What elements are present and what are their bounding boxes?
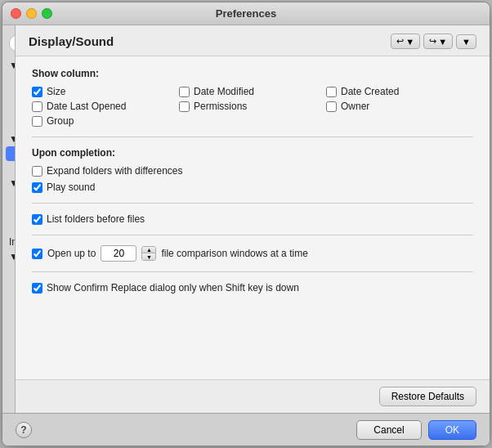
sidebar-item-display-sound-top[interactable]: Display/Sound	[2, 87, 16, 102]
sidebar-item-colors-and-fonts[interactable]: Colors and Fonts	[2, 190, 16, 205]
ok-button[interactable]: OK	[428, 420, 476, 440]
nav-buttons: ↩ ▼ ↪ ▼ ▼	[391, 34, 476, 49]
close-button[interactable]	[11, 8, 21, 19]
owner-checkbox[interactable]	[326, 101, 337, 112]
completion-items: Expand folders with differences Play sou…	[32, 165, 473, 193]
checkbox-group: Group	[32, 115, 179, 127]
panel-title: Display/Sound	[29, 34, 114, 48]
checkbox-play-sound: Play sound	[32, 181, 473, 193]
checkbox-owner: Owner	[326, 101, 473, 112]
date-last-opened-label: Date Last Opened	[47, 101, 126, 112]
divider4	[32, 271, 473, 272]
checkbox-date-modified: Date Modified	[179, 86, 326, 97]
sidebar-item-all-comparisons[interactable]: ▼ All Comparisons	[2, 58, 16, 73]
main-panel: Display/Sound ↩ ▼ ↪ ▼ ▼ Sh	[16, 25, 490, 413]
preferences-window: Preferences ▼ All ComparisonsContent Typ…	[2, 2, 490, 446]
back-dropdown-icon: ▼	[405, 37, 414, 47]
group-label: Group	[47, 115, 74, 127]
back-arrow-icon: ↩	[396, 36, 404, 47]
date-created-checkbox[interactable]	[326, 87, 337, 97]
more-button[interactable]: ▼	[456, 34, 476, 49]
sidebar-item-remote-connections[interactable]: Remote Connections	[2, 102, 16, 117]
open-up-to-input[interactable]	[101, 245, 136, 262]
sidebar-item-display-sound[interactable]: Display/Sound	[6, 146, 16, 161]
list-folders-row: List folders before files	[32, 213, 473, 225]
sidebar-item-content-types[interactable]: Content Types	[2, 73, 16, 87]
size-checkbox[interactable]	[32, 87, 42, 97]
sidebar-tree: ▼ All ComparisonsContent TypesDisplay/So…	[2, 58, 15, 293]
bottom-buttons: Cancel OK	[356, 420, 476, 440]
play-sound-checkbox[interactable]	[32, 182, 42, 193]
open-up-to-prefix: Open up to	[47, 248, 96, 259]
show-column-label: Show column:	[32, 68, 473, 79]
checkbox-date-last-opened: Date Last Opened	[32, 101, 179, 112]
expand-folders-label: Expand folders with differences	[47, 165, 183, 177]
date-modified-label: Date Modified	[194, 86, 254, 97]
forward-arrow-icon: ↪	[429, 36, 436, 47]
open-up-to-stepper[interactable]: ▲ ▼	[141, 246, 156, 261]
sidebar-item-display[interactable]: Display	[2, 264, 16, 279]
sidebar-item-text-comparison[interactable]: ▼ Text Comparison	[2, 249, 16, 264]
help-button[interactable]: ?	[16, 422, 32, 438]
open-up-to-row: Open up to ▲ ▼ file comparison windows a…	[32, 245, 473, 262]
divider2	[32, 203, 473, 204]
window-title: Preferences	[216, 7, 276, 20]
sidebar-item-scm-integration[interactable]: SCM Integration	[2, 220, 16, 235]
titlebar: Preferences	[2, 2, 490, 25]
permissions-checkbox[interactable]	[179, 101, 190, 112]
expand-folders-checkbox[interactable]	[32, 166, 42, 177]
restore-defaults-button[interactable]: Restore Defaults	[379, 387, 476, 406]
panel-header: Display/Sound ↩ ▼ ↪ ▼ ▼	[16, 25, 490, 56]
show-confirm-row: Show Confirm Replace dialog only when Sh…	[32, 282, 473, 293]
maximize-button[interactable]	[42, 8, 52, 19]
bottom-bar: ? Cancel OK	[2, 413, 490, 446]
sidebar: ▼ All ComparisonsContent TypesDisplay/So…	[2, 25, 16, 413]
permissions-label: Permissions	[194, 101, 247, 112]
owner-label: Owner	[341, 101, 369, 112]
play-sound-label: Play sound	[47, 181, 95, 193]
cancel-button[interactable]: Cancel	[356, 420, 421, 440]
date-modified-checkbox[interactable]	[179, 87, 190, 97]
date-created-label: Date Created	[341, 86, 399, 97]
panel-content: Show column: Size Date Modified	[16, 56, 490, 379]
sidebar-item-editors[interactable]: Editors	[2, 279, 16, 293]
panel-footer: Restore Defaults	[16, 379, 490, 413]
show-confirm-checkbox[interactable]	[32, 283, 42, 293]
sidebar-item-folder-comparison[interactable]: ▼ Folder Comparison	[2, 132, 16, 146]
upon-completion-label: Upon completion:	[32, 147, 473, 159]
stepper-down-button[interactable]: ▼	[142, 253, 155, 260]
list-folders-checkbox[interactable]	[32, 214, 42, 225]
show-confirm-label: Show Confirm Replace dialog only when Sh…	[47, 282, 299, 293]
open-up-to-suffix: file comparison windows at a time	[161, 248, 307, 259]
back-button[interactable]: ↩ ▼	[391, 34, 420, 49]
columns-grid: Size Date Modified Date Created	[32, 86, 473, 127]
search-input[interactable]	[9, 35, 16, 52]
sidebar-item-filters[interactable]: Filters	[2, 161, 16, 176]
stepper-up-button[interactable]: ▲	[142, 247, 155, 253]
date-last-opened-checkbox[interactable]	[32, 101, 42, 112]
sidebar-item-keys[interactable]: Keys	[2, 205, 16, 220]
open-up-to-checkbox[interactable]	[32, 249, 42, 259]
content-area: ▼ All ComparisonsContent TypesDisplay/So…	[2, 25, 490, 413]
sidebar-item-image-comparison[interactable]: Image Comparison	[2, 235, 16, 249]
group-checkbox[interactable]	[32, 116, 42, 127]
traffic-lights	[11, 8, 52, 19]
divider1	[32, 137, 473, 137]
divider3	[32, 235, 473, 235]
forward-dropdown-icon: ▼	[438, 37, 447, 47]
checkbox-permissions: Permissions	[179, 101, 326, 112]
list-folders-label: List folders before files	[47, 213, 145, 225]
forward-button[interactable]: ↪ ▼	[423, 34, 453, 49]
minimize-button[interactable]	[26, 8, 37, 19]
checkbox-size: Size	[32, 86, 179, 97]
checkbox-expand-folders: Expand folders with differences	[32, 165, 473, 177]
sidebar-item-text-filters[interactable]: Text Filters	[2, 117, 16, 132]
checkbox-date-created: Date Created	[326, 86, 473, 97]
sidebar-item-general[interactable]: ▼ General	[2, 176, 16, 190]
more-dropdown-icon: ▼	[462, 37, 471, 47]
size-label: Size	[47, 86, 65, 97]
